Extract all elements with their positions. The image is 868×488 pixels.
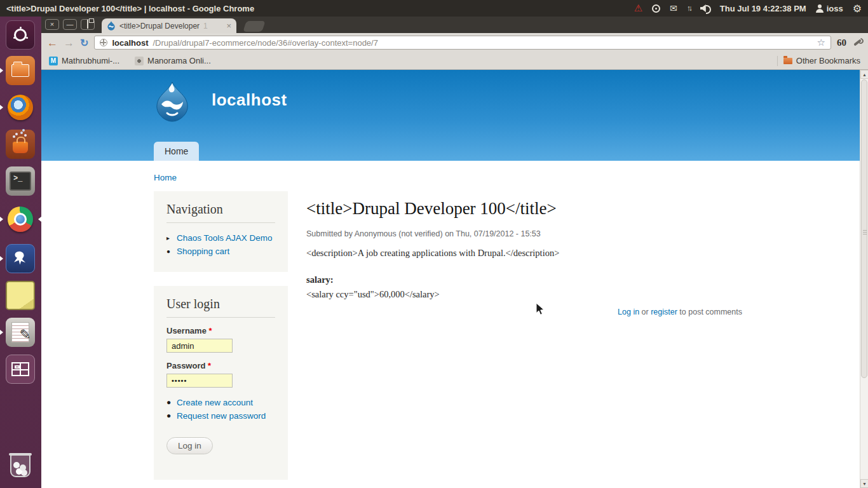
username-label: Username * <box>166 326 275 336</box>
window-controls: × — <box>45 19 95 30</box>
unity-launcher: >_ ✎ <box>0 17 41 488</box>
trash-icon <box>10 454 31 477</box>
page-viewport: localhost Home Home Navigation <box>41 70 868 488</box>
launcher-item-workspace-switcher[interactable] <box>6 355 35 384</box>
address-bar[interactable]: localhost /Drupal/drupal7-ecommerce/node… <box>94 36 831 50</box>
frog-icon <box>11 249 30 268</box>
volume-indicator-icon[interactable] <box>700 4 710 12</box>
navigation-block: Navigation ▸ Chaos Tools AJAX Demo ● Sho… <box>154 191 288 272</box>
launcher-item-chrome[interactable] <box>6 205 35 234</box>
pencil-icon: ✎ <box>20 327 31 343</box>
comment-links-text: or <box>639 308 651 316</box>
bookmarks-bar: M Mathrubhumi-... Manorama Onli... Other… <box>41 52 868 70</box>
workspace-window-icon <box>15 365 20 369</box>
user-menu[interactable]: ioss <box>816 4 843 13</box>
drupal-logo[interactable] <box>153 81 191 122</box>
page-scrollbar[interactable]: ▲ ▼ <box>860 70 868 488</box>
create-account-link[interactable]: Create new account <box>177 396 253 409</box>
menu-tab-home[interactable]: Home <box>154 142 199 161</box>
warning-indicator-icon[interactable]: ⚠ <box>634 3 642 14</box>
browser-toolbar: ← → ↻ localhost /Drupal/drupal7-ecommerc… <box>41 33 868 52</box>
menu-item: ● Create new account <box>166 396 275 409</box>
window-title: <title>Drupal Developer 100</title> | lo… <box>6 4 254 13</box>
ubuntu-indicator-icon[interactable] <box>652 4 660 13</box>
log-in-button[interactable]: Log in <box>166 437 213 454</box>
comment-links: Log in or register to post comments <box>306 308 742 316</box>
back-button[interactable]: ← <box>47 37 58 48</box>
log-in-link[interactable]: Log in <box>618 308 639 316</box>
tab-title: <title>Drupal Developer <box>119 22 200 30</box>
restore-window-button[interactable] <box>81 19 95 30</box>
clock[interactable]: Thu Jul 19 4:22:38 PM <box>720 4 806 13</box>
chrome-icon <box>8 207 33 232</box>
wrench-menu-icon[interactable] <box>852 37 862 48</box>
focused-indicator <box>38 217 41 222</box>
mail-indicator-icon[interactable]: ✉ <box>670 3 677 13</box>
password-field[interactable] <box>166 374 233 388</box>
scroll-up-button[interactable]: ▲ <box>860 70 868 79</box>
required-marker: * <box>208 361 211 370</box>
launcher-item-firefox[interactable] <box>6 93 35 122</box>
reload-button[interactable]: ↻ <box>80 37 88 49</box>
bookmark-item[interactable]: M Mathrubhumi-... <box>49 56 119 65</box>
register-link[interactable]: register <box>651 308 677 316</box>
shopping-bag-icon <box>13 142 28 153</box>
network-indicator-icon[interactable]: ↑↓ <box>687 4 691 13</box>
salary-field-label: salary: <box>306 274 742 285</box>
tab-close-icon[interactable]: × <box>226 22 231 30</box>
folder-icon <box>11 64 29 77</box>
scrollbar-thumb[interactable] <box>861 79 867 378</box>
close-window-button[interactable]: × <box>45 19 59 30</box>
user-name: ioss <box>827 4 843 13</box>
launcher-item-trash[interactable] <box>6 451 35 480</box>
running-indicator <box>0 256 3 261</box>
other-bookmarks-button[interactable]: Other Bookmarks <box>783 56 860 65</box>
minimize-window-button[interactable]: — <box>63 19 77 30</box>
document-icon: ✎ <box>11 322 29 342</box>
page-title: <title>Drupal Developer 100</title> <box>306 199 742 219</box>
launcher-item-software-center[interactable] <box>6 130 35 159</box>
dash-home-button[interactable] <box>6 20 35 50</box>
folder-icon <box>783 58 792 64</box>
launcher-item-text-editor[interactable]: ✎ <box>6 318 35 347</box>
running-indicator <box>0 217 3 222</box>
new-tab-button[interactable] <box>243 21 266 32</box>
bookmark-label: Manorama Onli... <box>147 56 211 65</box>
url-host: localhost <box>112 38 148 48</box>
launcher-item-terminal[interactable]: >_ <box>6 166 35 196</box>
nav-link-shopping-cart[interactable]: Shopping cart <box>177 245 229 258</box>
request-password-link[interactable]: Request new password <box>177 409 266 423</box>
launcher-item-files[interactable] <box>6 56 35 85</box>
menu-item: ● Shopping cart <box>166 245 275 258</box>
bookmark-item[interactable]: Manorama Onli... <box>135 56 211 65</box>
menu-item: ● Request new password <box>166 409 275 423</box>
launcher-item-sticky-notes[interactable] <box>6 281 35 310</box>
bookmark-label: Mathrubhumi-... <box>62 56 119 65</box>
mathrubhumi-favicon: M <box>49 57 58 65</box>
nav-link-chaos-tools[interactable]: Chaos Tools AJAX Demo <box>177 231 273 245</box>
extension-icon[interactable]: 60 <box>837 37 846 48</box>
running-indicator <box>0 105 3 110</box>
launcher-item-frog-app[interactable] <box>6 244 35 273</box>
site-header: localhost Home <box>41 70 860 161</box>
username-field[interactable] <box>166 339 233 353</box>
tab-strip: × — <title>Drupal Developer 1 × <box>41 17 868 33</box>
submitted-line: Submitted by Anonymous (not verified) on… <box>306 229 742 238</box>
bullet-icon: ● <box>166 396 172 409</box>
site-name[interactable]: localhost <box>212 90 287 110</box>
session-gear-icon[interactable]: ⚙ <box>853 3 862 15</box>
divider <box>777 56 778 66</box>
main-menu: Home <box>154 142 199 161</box>
divider <box>166 222 275 223</box>
scrollbar-grip <box>863 230 867 231</box>
browser-tab[interactable]: <title>Drupal Developer 1 × <box>102 18 236 33</box>
breadcrumb-home-link[interactable]: Home <box>154 173 177 182</box>
sidebar: Navigation ▸ Chaos Tools AJAX Demo ● Sho… <box>154 191 288 480</box>
scroll-down-button[interactable]: ▼ <box>860 479 868 488</box>
bookmark-star-icon[interactable]: ☆ <box>817 37 825 48</box>
firefox-icon <box>8 95 33 120</box>
required-marker: * <box>209 326 212 336</box>
breadcrumb: Home <box>154 173 742 182</box>
forward-button[interactable]: → <box>64 37 74 48</box>
block-title: User login <box>166 297 275 311</box>
